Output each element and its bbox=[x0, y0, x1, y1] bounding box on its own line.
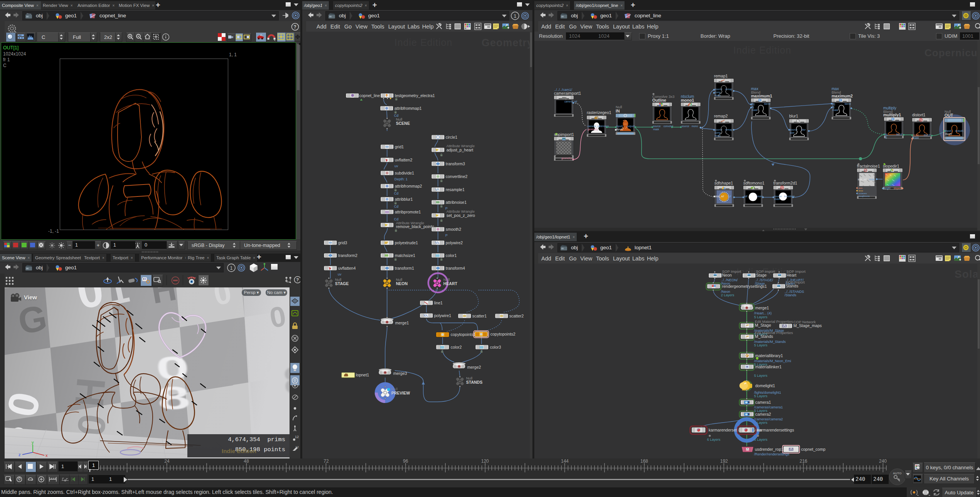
svg-text:merge2: merge2 bbox=[467, 365, 481, 369]
svg-text:attribpromote1: attribpromote1 bbox=[395, 210, 421, 214]
svg-text:6 Layers: 6 Layers bbox=[754, 438, 768, 442]
svg-text:color2: color2 bbox=[451, 345, 462, 349]
svg-text:materiallinker1: materiallinker1 bbox=[755, 364, 781, 369]
svg-text:rendergeometrysettings1: rendergeometrysettings1 bbox=[722, 284, 767, 289]
svg-text:resample1: resample1 bbox=[446, 187, 465, 192]
svg-text:P: P bbox=[445, 233, 448, 237]
svg-text:transform3: transform3 bbox=[446, 161, 465, 166]
svg-text:uv: uv bbox=[394, 164, 398, 168]
svg-text:M_Stage_maps: M_Stage_maps bbox=[793, 323, 822, 328]
svg-text:72: 72 bbox=[323, 458, 329, 464]
svg-text:1: 1 bbox=[230, 265, 233, 271]
svg-text:scatter2: scatter2 bbox=[509, 314, 524, 318]
svg-text:192: 192 bbox=[720, 458, 728, 464]
svg-text:karmarendersettings: karmarendersettings bbox=[757, 428, 794, 432]
svg-text:materiallibrary1: materiallibrary1 bbox=[755, 353, 783, 358]
svg-text:copnet_line: copnet_line bbox=[359, 93, 380, 98]
svg-text:PREVIEW: PREVIEW bbox=[391, 391, 410, 395]
svg-text:camera2: camera2 bbox=[755, 412, 771, 416]
svg-text:uv: uv bbox=[338, 272, 342, 276]
svg-text:96: 96 bbox=[403, 458, 408, 464]
svg-text:NEON: NEON bbox=[396, 281, 407, 286]
svg-text:y: y bbox=[32, 442, 34, 445]
svg-text:camera1: camera1 bbox=[755, 400, 771, 405]
svg-text:SCENE: SCENE bbox=[396, 121, 410, 126]
svg-text:AUTO: AUTO bbox=[893, 472, 902, 475]
svg-text:?: ? bbox=[296, 277, 299, 282]
svg-text:168: 168 bbox=[640, 458, 648, 464]
svg-text:?: ? bbox=[294, 24, 296, 30]
svg-text:z: z bbox=[19, 452, 21, 457]
svg-text:12: 12 bbox=[295, 445, 299, 449]
svg-text:copnet_comp: copnet_comp bbox=[801, 447, 825, 452]
svg-text:transform2: transform2 bbox=[338, 253, 357, 258]
svg-text:Heart: Heart bbox=[786, 273, 796, 277]
svg-text:M_Stage: M_Stage bbox=[755, 323, 771, 327]
svg-text:1: 1 bbox=[514, 13, 517, 19]
svg-text:attribfrommap1: attribfrommap1 bbox=[394, 106, 422, 111]
svg-text:matchsize1: matchsize1 bbox=[395, 253, 415, 258]
svg-text:copytopoints2: copytopoints2 bbox=[490, 332, 515, 336]
svg-text:5 Layers: 5 Layers bbox=[754, 374, 768, 378]
svg-text:48: 48 bbox=[244, 458, 249, 464]
svg-text:M_Stands: M_Stands bbox=[755, 334, 773, 339]
svg-text:HEART: HEART bbox=[443, 281, 458, 286]
svg-text:remove_black_points: remove_black_points bbox=[396, 224, 434, 229]
svg-text:Depth: 1: Depth: 1 bbox=[394, 177, 407, 181]
svg-text:polyextrude1: polyextrude1 bbox=[395, 240, 418, 245]
svg-text:transform1: transform1 bbox=[395, 266, 414, 270]
svg-text:color3: color3 bbox=[490, 345, 501, 349]
svg-text:Stands: Stands bbox=[786, 284, 798, 288]
svg-text:x: x bbox=[45, 453, 48, 457]
svg-text:Neon: Neon bbox=[722, 273, 732, 277]
svg-text:5 Layers: 5 Layers bbox=[754, 343, 768, 347]
svg-text:lopnet1: lopnet1 bbox=[356, 373, 369, 377]
svg-text:attribfrommap2: attribfrommap2 bbox=[395, 184, 422, 188]
svg-text:scatter1: scatter1 bbox=[472, 314, 487, 318]
svg-text:STANDS: STANDS bbox=[466, 380, 482, 385]
svg-text:Stage: Stage bbox=[756, 273, 767, 277]
svg-text:subdivide1: subdivide1 bbox=[395, 171, 414, 175]
svg-text:merge3: merge3 bbox=[393, 371, 407, 376]
svg-text:attribnoise1: attribnoise1 bbox=[446, 200, 466, 205]
svg-text:STAGE: STAGE bbox=[335, 281, 349, 286]
svg-text:216: 216 bbox=[800, 458, 807, 464]
svg-text:polywire1: polywire1 bbox=[434, 313, 451, 318]
svg-text:B: B bbox=[19, 479, 20, 481]
svg-text:set_pos_z_zero: set_pos_z_zero bbox=[446, 213, 475, 218]
svg-text:usdrender_rop1: usdrender_rop1 bbox=[755, 447, 783, 452]
svg-text:5 Layers: 5 Layers bbox=[754, 394, 768, 398]
svg-text:144: 144 bbox=[561, 458, 569, 464]
svg-text:grid1: grid1 bbox=[395, 144, 404, 149]
svg-text:testgeometry_electra1: testgeometry_electra1 bbox=[395, 93, 435, 98]
svg-text:smooth2: smooth2 bbox=[446, 227, 461, 232]
svg-text:polywire2: polywire2 bbox=[446, 240, 463, 245]
svg-text:merge1: merge1 bbox=[755, 306, 769, 310]
svg-text:copytopoints1: copytopoints1 bbox=[451, 332, 476, 337]
svg-text:merge1: merge1 bbox=[395, 321, 409, 325]
svg-text:/Heart... (4): /Heart... (4) bbox=[754, 311, 772, 315]
svg-text:uvflatten2: uvflatten2 bbox=[395, 158, 413, 162]
svg-text:convertline2: convertline2 bbox=[446, 174, 468, 179]
svg-text:grid3: grid3 bbox=[338, 240, 347, 245]
svg-text:120: 120 bbox=[481, 458, 489, 464]
svg-text:240: 240 bbox=[879, 458, 887, 464]
svg-text:5 Layers: 5 Layers bbox=[754, 315, 768, 319]
svg-text:/Stands: /Stands bbox=[785, 293, 796, 297]
svg-text:12: 12 bbox=[295, 435, 299, 439]
svg-text:transform4: transform4 bbox=[446, 266, 465, 270]
svg-text:attribblur1: attribblur1 bbox=[395, 197, 413, 201]
svg-text:circle1: circle1 bbox=[446, 135, 458, 139]
svg-text:6 Layers: 6 Layers bbox=[707, 438, 721, 442]
svg-text:Cd: Cd bbox=[394, 205, 399, 208]
svg-text:2 Layers: 2 Layers bbox=[721, 293, 734, 297]
svg-text:adjust_p_heart: adjust_p_heart bbox=[446, 148, 473, 152]
svg-text:domelight1: domelight1 bbox=[755, 383, 775, 388]
svg-text:line1: line1 bbox=[434, 301, 443, 305]
svg-text:color1: color1 bbox=[446, 253, 457, 258]
svg-text:/Render/rendersettings: /Render/rendersettings bbox=[754, 452, 790, 456]
svg-text:24: 24 bbox=[164, 458, 170, 464]
svg-text:Cd: Cd bbox=[394, 191, 399, 195]
svg-text:uvflatten4: uvflatten4 bbox=[338, 266, 356, 270]
